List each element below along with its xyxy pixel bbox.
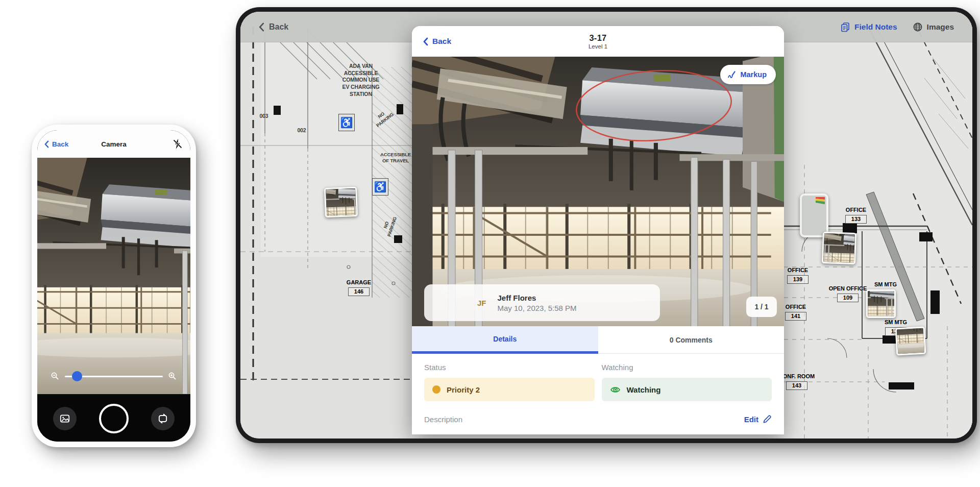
chevron-left-icon: [259, 22, 264, 32]
plan-ada-sign: ADA VAN ACCESSIBLE COMMON USE EV CHARGIN…: [327, 63, 395, 98]
flip-camera-button[interactable]: [151, 407, 175, 430]
author-avatar: JF: [477, 299, 486, 307]
modal-back-label: Back: [432, 37, 451, 46]
globe-icon: [913, 22, 923, 32]
watching-value: Watching: [627, 385, 661, 394]
watching-label: Watching: [602, 363, 772, 372]
photo-author-caption: JF Jeff Flores May 10, 2023, 5:58 PM: [424, 284, 660, 321]
status-value: Priority 2: [447, 385, 480, 394]
images-label: Images: [927, 22, 954, 32]
modal-subtitle: Level 1: [589, 43, 607, 50]
images-button[interactable]: Images: [913, 22, 954, 32]
camera-controls-bar: [37, 395, 190, 442]
details-panel: Status Priority 2 Watching: [412, 354, 784, 424]
modal-tabs: Details 0 Comments: [412, 326, 784, 354]
camera-viewfinder: [37, 158, 190, 394]
phone-back-button[interactable]: Back: [44, 140, 68, 148]
plan-grid-label: 003: [255, 113, 273, 120]
field-notes-icon: [840, 22, 850, 32]
priority-dot-icon: [432, 385, 440, 394]
phone-back-label: Back: [52, 140, 68, 148]
watching-eye-icon: [610, 384, 621, 395]
description-label: Description: [424, 415, 462, 424]
plan-photo-thumbnail[interactable]: [866, 289, 896, 318]
tablet-back-label: Back: [269, 22, 288, 32]
tab-comments[interactable]: 0 Comments: [598, 326, 785, 354]
watching-value-pill[interactable]: Watching: [602, 378, 772, 401]
phone-screen-title: Camera: [101, 140, 127, 148]
plan-grid-label: 002: [292, 127, 311, 134]
plan-photo-thumbnail[interactable]: [822, 232, 856, 264]
camera-zoom-slider[interactable]: [51, 371, 177, 382]
edit-label: Edit: [744, 415, 758, 424]
wheelchair-icon: ♿: [372, 178, 388, 196]
plan-photo-thumbnail[interactable]: [324, 187, 358, 217]
field-notes-button[interactable]: Field Notes: [840, 22, 897, 32]
zoom-slider-thumb[interactable]: [72, 371, 82, 381]
markup-pen-icon: [727, 70, 736, 79]
author-name: Jeff Flores: [498, 294, 577, 302]
chevron-left-icon: [44, 140, 49, 148]
plan-phone-thumbnail[interactable]: [800, 193, 828, 237]
tablet-mockup: ADA VAN ACCESSIBLE COMMON USE EV CHARGIN…: [236, 7, 977, 443]
status-label: Status: [424, 363, 595, 372]
color-stripes-icon: [816, 197, 825, 204]
plan-path-of-travel-label: ACCESSIBLE OF TRAVEL: [376, 152, 415, 164]
field-note-photo[interactable]: Markup JF Jeff Flores May 10, 2023, 5:58…: [412, 57, 784, 326]
tablet-screen: ADA VAN ACCESSIBLE COMMON USE EV CHARGIN…: [240, 12, 972, 439]
stage: Back Camera: [0, 0, 980, 487]
phone-camera-header: Back Camera: [37, 130, 190, 158]
modal-back-button[interactable]: Back: [423, 26, 451, 57]
shutter-button[interactable]: [99, 404, 129, 433]
field-notes-label: Field Notes: [854, 22, 897, 32]
phone-screen: Back Camera: [37, 130, 190, 442]
wheelchair-icon: ♿: [338, 114, 355, 131]
flip-camera-icon: [157, 413, 168, 424]
phone-mockup: Back Camera: [32, 125, 196, 447]
flash-off-icon[interactable]: [172, 138, 183, 150]
photo-timestamp: May 10, 2023, 5:58 PM: [498, 304, 577, 312]
tab-details[interactable]: Details: [412, 326, 598, 354]
gallery-button[interactable]: [53, 407, 77, 430]
edit-pencil-icon: [763, 415, 772, 424]
photo-counter: 1 / 1: [746, 297, 777, 317]
construction-photo: [37, 158, 190, 394]
zoom-out-icon[interactable]: [51, 372, 60, 381]
gallery-icon: [59, 413, 70, 424]
status-value-pill[interactable]: Priority 2: [424, 378, 595, 401]
room-label-garage: GARAGE 146: [330, 279, 387, 296]
chevron-left-icon: [423, 37, 428, 46]
room-label-sm-mtg: SM MTG: [864, 281, 907, 288]
markup-button[interactable]: Markup: [720, 65, 776, 84]
tablet-back-button[interactable]: Back: [259, 22, 288, 32]
room-label-office-133: OFFICE 133: [832, 207, 879, 224]
photo-detail-modal: Back 3-17 Level 1: [412, 26, 784, 434]
zoom-in-icon[interactable]: [168, 372, 177, 381]
markup-label: Markup: [740, 70, 767, 79]
modal-header: Back 3-17 Level 1: [412, 26, 784, 57]
modal-title: 3-17: [589, 33, 607, 43]
plan-photo-thumbnail[interactable]: [895, 327, 926, 356]
edit-description-button[interactable]: Edit: [744, 415, 772, 424]
